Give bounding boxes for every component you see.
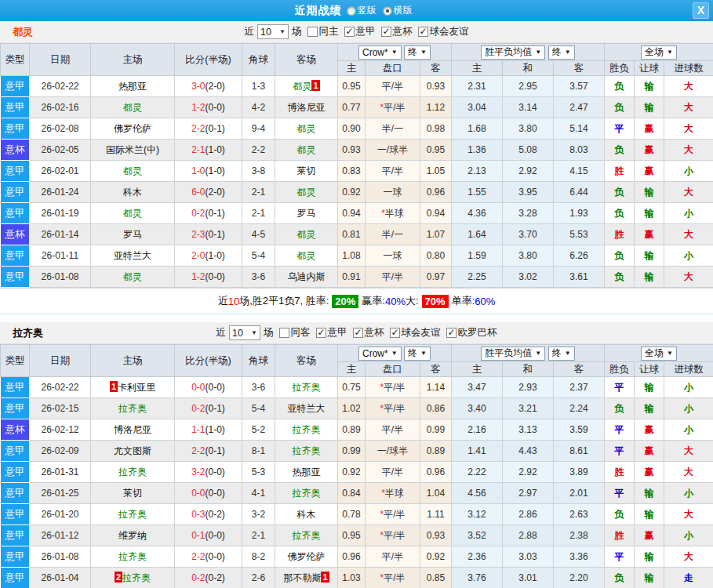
avg-odds-3: 3.36 bbox=[554, 546, 605, 568]
avg-odds-3: 4.15 bbox=[554, 161, 605, 182]
dropdown-胜平负均值[interactable]: 胜平负均值▼ bbox=[481, 347, 545, 361]
avg-odds-3: 3.57 bbox=[554, 76, 605, 97]
dropdown-Crow[interactable]: Crow*▼ bbox=[358, 45, 402, 60]
avg-odds-2: 3.14 bbox=[503, 97, 554, 118]
avg-odds-2: 2.93 bbox=[503, 377, 554, 398]
handicap-result: 赢 bbox=[635, 224, 664, 245]
filter-checkbox-2[interactable] bbox=[344, 27, 355, 37]
match-date: 26-01-20 bbox=[30, 504, 91, 525]
team-name-cell: 罗马 bbox=[123, 229, 142, 240]
handicap-result: 输 bbox=[635, 182, 664, 203]
away-team-cell: 热那亚 bbox=[275, 462, 338, 483]
handicap-result: 赢 bbox=[635, 419, 664, 441]
away-team-cell: 拉齐奥 bbox=[275, 525, 338, 546]
titlebar: 近期战绩 竖版横版 X bbox=[0, 0, 713, 21]
odds-away: 1.07 bbox=[420, 224, 452, 245]
col-header-2: 日期 bbox=[30, 345, 91, 377]
goals-result: 小 bbox=[664, 377, 713, 398]
avg-odds-3: 2.20 bbox=[554, 568, 605, 588]
half-score: (0-0) bbox=[206, 551, 225, 562]
dropdown-全场[interactable]: 全场▼ bbox=[641, 347, 677, 361]
team-name-cell: 都灵 bbox=[293, 81, 311, 92]
dropdown-终[interactable]: 终▼ bbox=[404, 45, 431, 60]
avg-odds-3: 2.01 bbox=[554, 483, 605, 504]
corners-cell: 5-3 bbox=[242, 462, 275, 483]
filter-checkbox-5[interactable] bbox=[446, 328, 457, 338]
away-team-cell: 科木 bbox=[275, 504, 338, 525]
avg-odds-2: 3.01 bbox=[503, 568, 554, 588]
team-name-cell: 拉齐奥 bbox=[118, 509, 147, 520]
dropdown-全场[interactable]: 全场▼ bbox=[641, 45, 677, 60]
layout-radio-vertical[interactable]: 竖版 bbox=[347, 4, 377, 17]
dropdown-label: 终 bbox=[408, 45, 417, 59]
handicap-result: 输 bbox=[635, 377, 664, 398]
filter-checkbox-4[interactable] bbox=[418, 27, 428, 37]
avg-odds-1: 3.52 bbox=[452, 525, 503, 546]
table-row: 意甲26-01-20拉齐奥0-3(0-2)3-2科木0.78*平/半1.113.… bbox=[1, 504, 713, 525]
team-name-cell: 科木 bbox=[123, 187, 142, 198]
results-table: 类型日期主场比分(半场)角球客场Crow*▼ 终▼ 胜平负均值▼ 终▼ 全场▼ … bbox=[0, 344, 713, 588]
dropdown-终[interactable]: 终▼ bbox=[548, 347, 575, 361]
full-score: 0-2 bbox=[191, 403, 205, 414]
corners-cell: 2-1 bbox=[242, 182, 275, 203]
full-score: 2-2 bbox=[191, 123, 205, 134]
half-score: (1-0) bbox=[206, 250, 225, 261]
league-badge: 意甲 bbox=[1, 245, 30, 267]
games-label: 场 bbox=[264, 326, 274, 339]
filter-checkbox-4[interactable] bbox=[390, 328, 400, 338]
avg-odds-3: 3.59 bbox=[554, 419, 605, 441]
score-cell: 2-2(0-0) bbox=[175, 546, 242, 568]
team-name-cell: 都灵 bbox=[297, 123, 316, 134]
half-score: (0-1) bbox=[206, 445, 225, 456]
col-header-3: 主场 bbox=[91, 345, 175, 377]
match-count-value: 10 bbox=[232, 328, 243, 339]
handicap-line: 半/一 bbox=[366, 118, 420, 140]
full-score: 3-2 bbox=[191, 466, 205, 477]
goals-result: 小 bbox=[664, 483, 713, 504]
handicap-text: 半球 bbox=[385, 208, 404, 219]
away-team-cell: 拉齐奥 bbox=[275, 483, 338, 504]
filter-checkbox-1[interactable] bbox=[279, 328, 289, 338]
table-row: 意甲26-02-15拉齐奥0-2(0-1)5-4亚特兰大1.02*平/半0.86… bbox=[1, 398, 713, 419]
col-header-6: 客场 bbox=[275, 345, 338, 377]
rank-badge: 1 bbox=[311, 80, 319, 91]
goals-result: 小 bbox=[664, 398, 713, 419]
home-team-cell: 科木 bbox=[91, 182, 175, 203]
dropdown-胜平负均值[interactable]: 胜平负均值▼ bbox=[481, 45, 545, 60]
filter-checkbox-2[interactable] bbox=[316, 328, 326, 338]
avg-odds-1: 4.56 bbox=[452, 483, 503, 504]
filter-bar[interactable]: 近10▼场同客意甲意杯球会友谊欧罗巴杯 bbox=[216, 325, 497, 340]
corners-cell: 2-1 bbox=[242, 203, 275, 224]
match-count-select[interactable]: 10▼ bbox=[257, 24, 289, 39]
filter-checkbox-3[interactable] bbox=[381, 27, 391, 37]
near-label: 近 bbox=[216, 326, 227, 339]
near-label: 近 bbox=[245, 25, 255, 38]
layout-radio-horizontal[interactable]: 横版 bbox=[383, 4, 413, 17]
table-row: 意甲26-01-08拉齐奥2-2(0-0)8-2佛罗伦萨0.96平/半0.922… bbox=[1, 546, 713, 568]
avg-odds-2: 5.08 bbox=[503, 140, 554, 161]
half-score: (0-0) bbox=[206, 466, 225, 477]
odds-home: 0.77 bbox=[338, 97, 366, 118]
team-name-cell: 乌迪内斯 bbox=[288, 271, 326, 282]
filter-checkbox-3[interactable] bbox=[353, 328, 363, 338]
corners-cell: 4-1 bbox=[242, 483, 275, 504]
home-team-cell: 国际米兰(中) bbox=[91, 140, 175, 161]
team-name-cell: 维罗纳 bbox=[118, 530, 147, 541]
away-team-cell: 莱切 bbox=[275, 161, 338, 182]
handicap-text: 半球 bbox=[385, 488, 404, 499]
close-button[interactable]: X bbox=[693, 2, 709, 19]
header-group-2: 胜平负均值▼ 终▼ bbox=[452, 345, 605, 362]
match-count-select[interactable]: 10▼ bbox=[229, 325, 260, 340]
dropdown-终[interactable]: 终▼ bbox=[548, 45, 575, 60]
team-name-cell: 莱切 bbox=[123, 488, 142, 499]
dropdown-Crow[interactable]: Crow*▼ bbox=[358, 347, 402, 361]
home-team-cell: 罗马 bbox=[91, 224, 175, 245]
goals-result: 大 bbox=[664, 224, 713, 245]
chevron-down-icon: ▼ bbox=[391, 350, 398, 357]
team-title: 拉齐奥 bbox=[13, 326, 43, 340]
filter-bar[interactable]: 近10▼场同主意甲意杯球会友谊 bbox=[245, 24, 469, 39]
dropdown-终[interactable]: 终▼ bbox=[404, 347, 431, 361]
avg-odds-3: 6.44 bbox=[554, 182, 605, 203]
filter-checkbox-1[interactable] bbox=[307, 27, 318, 37]
odds-away: 1.14 bbox=[420, 377, 452, 398]
